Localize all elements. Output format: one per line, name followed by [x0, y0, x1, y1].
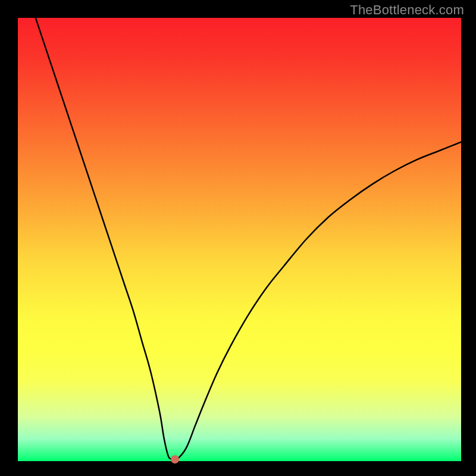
bottleneck-curve [36, 18, 461, 460]
plot-area [18, 18, 461, 461]
chart-container: TheBottleneck.com [0, 0, 476, 476]
marker-dot [171, 455, 179, 464]
watermark-text: TheBottleneck.com [350, 2, 464, 18]
curve-svg [18, 18, 461, 461]
